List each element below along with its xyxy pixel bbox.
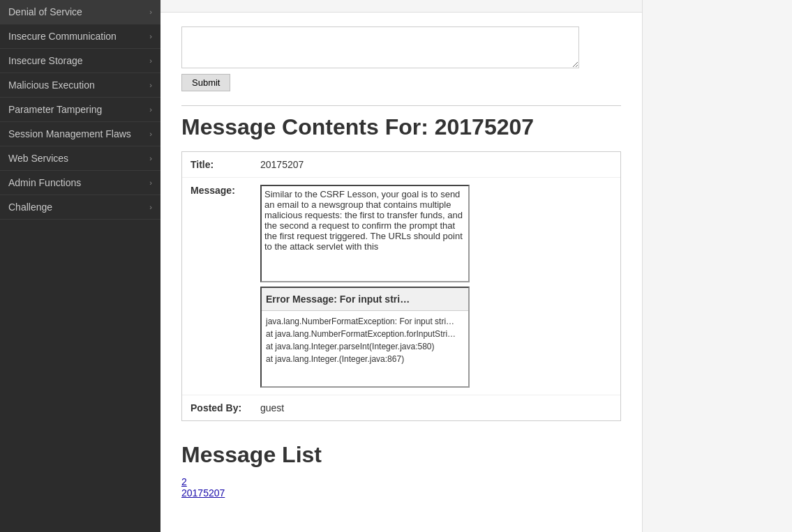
sidebar-item-label: Challenge: [8, 202, 52, 213]
divider: [181, 105, 621, 106]
title-row: Title: 20175207: [182, 152, 620, 178]
message-list-section: Message List 2 20175207: [181, 442, 621, 499]
title-label: Title:: [190, 159, 260, 170]
main-content: Submit Message Contents For: 20175207 Ti…: [160, 0, 642, 532]
message-contents-box: Title: 20175207 Message: Similar to the …: [181, 151, 621, 421]
posted-by-value: guest: [260, 402, 284, 413]
sidebar-item-label: Insecure Communication: [8, 31, 117, 42]
sidebar-item-malicious-execution[interactable]: Malicious Execution ›: [0, 73, 160, 98]
topbar: [160, 0, 642, 13]
sidebar: Denial of Service › Insecure Communicati…: [0, 0, 160, 532]
chevron-right-icon: ›: [149, 105, 152, 114]
sidebar-item-denial-of-service[interactable]: Denial of Service ›: [0, 0, 160, 24]
error-line-4: at java.lang.Integer.(Integer.java:867): [266, 353, 464, 365]
right-panel: [642, 0, 792, 532]
sidebar-item-label: Insecure Storage: [8, 55, 83, 66]
message-list-title: Message List: [181, 442, 621, 468]
message-contents-section: Message Contents For: 20175207 Title: 20…: [181, 114, 621, 421]
content-area: Submit Message Contents For: 20175207 Ti…: [160, 13, 642, 512]
chevron-right-icon: ›: [149, 203, 152, 211]
sidebar-item-label: Admin Functions: [8, 177, 81, 188]
message-contents-title: Message Contents For: 20175207: [181, 114, 621, 140]
error-scrollbox[interactable]: Error Message: For input stri… java.lang…: [260, 287, 470, 388]
error-line-3: at java.lang.Integer.parseInt(Integer.ja…: [266, 340, 464, 353]
sidebar-item-web-services[interactable]: Web Services ›: [0, 146, 160, 171]
chevron-right-icon: ›: [149, 8, 152, 16]
message-label: Message:: [190, 185, 260, 196]
submit-button[interactable]: Submit: [181, 74, 230, 91]
message-list-item-20175207[interactable]: 20175207: [181, 487, 621, 499]
sidebar-item-label: Malicious Execution: [8, 79, 95, 91]
chevron-right-icon: ›: [149, 56, 152, 65]
description-text: Similar to the CSRF Lesson, your goal is…: [264, 189, 463, 252]
chevron-right-icon: ›: [149, 130, 152, 138]
sidebar-item-label: Parameter Tampering: [8, 104, 102, 115]
message-content: Similar to the CSRF Lesson, your goal is…: [260, 185, 470, 388]
sidebar-item-session-management-flaws[interactable]: Session Management Flaws ›: [0, 122, 160, 146]
chevron-right-icon: ›: [149, 154, 152, 162]
sidebar-item-parameter-tampering[interactable]: Parameter Tampering ›: [0, 98, 160, 122]
title-value: 20175207: [260, 159, 304, 170]
message-list-item-2[interactable]: 2: [181, 476, 621, 487]
chevron-right-icon: ›: [149, 81, 152, 89]
posted-by-row: Posted By: guest: [182, 395, 620, 420]
sidebar-item-label: Session Management Flaws: [8, 128, 131, 139]
message-input[interactable]: [181, 26, 579, 68]
sidebar-item-insecure-storage[interactable]: Insecure Storage ›: [0, 49, 160, 73]
posted-by-label: Posted By:: [190, 402, 260, 413]
sidebar-item-label: Denial of Service: [8, 6, 82, 17]
sidebar-item-label: Web Services: [8, 153, 68, 164]
sidebar-item-challenge[interactable]: Challenge ›: [0, 195, 160, 220]
error-header: Error Message: For input stri…: [262, 288, 468, 311]
chevron-right-icon: ›: [149, 32, 152, 40]
chevron-right-icon: ›: [149, 178, 152, 187]
error-line-2: at java.lang.NumberFormatException.forIn…: [266, 328, 464, 340]
sidebar-item-admin-functions[interactable]: Admin Functions ›: [0, 171, 160, 195]
submit-area: Submit: [181, 26, 621, 91]
error-stack: java.lang.NumberFormatException: For inp…: [262, 311, 468, 370]
description-scrollbox[interactable]: Similar to the CSRF Lesson, your goal is…: [260, 185, 470, 282]
sidebar-item-insecure-communication[interactable]: Insecure Communication ›: [0, 24, 160, 49]
message-row: Message: Similar to the CSRF Lesson, you…: [182, 178, 620, 395]
error-line-1: java.lang.NumberFormatException: For inp…: [266, 315, 464, 328]
